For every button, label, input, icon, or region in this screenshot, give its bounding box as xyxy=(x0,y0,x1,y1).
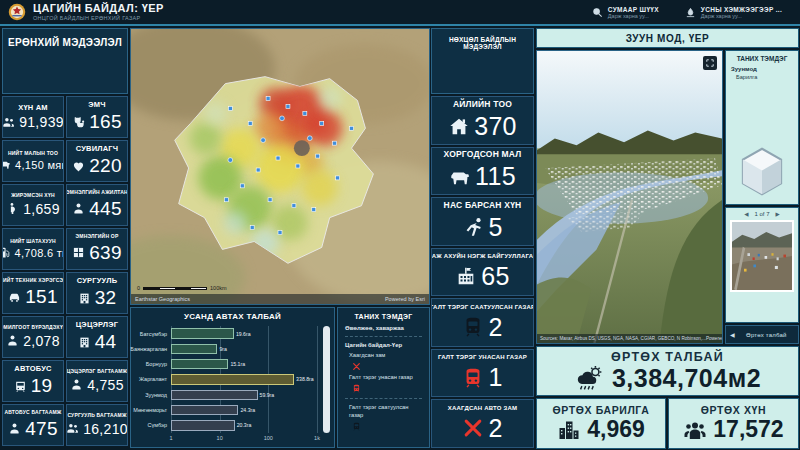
stat-card: ЖИРЭМСЭН ХҮН1,659 xyxy=(2,184,64,226)
stat-card: АВТОБУС19 xyxy=(2,360,64,402)
panel-title: НӨХЦӨЛ БАЙДЛЫН МЭДЭЭЛЭЛ xyxy=(432,36,533,50)
person-icon xyxy=(6,334,19,347)
scene-header: ЗУУН МОД, ҮЕР xyxy=(536,28,799,48)
situation-map[interactable]: 0 100km Earthstar Geographics Powered by… xyxy=(130,28,430,305)
stat-label: НАС БАРСАН ХҮН xyxy=(444,201,522,211)
stat-label: ЭМНЭЛГИЙН АЖИЛТАН xyxy=(66,190,128,196)
group-tab-label: Өртөх талбай xyxy=(739,332,794,338)
stat-card: ГАЛТ ТЭРЭГ СААТУУЛСАН ГАЗАР2 xyxy=(431,298,534,347)
condition-info-header: НӨХЦӨЛ БАЙДЛЫН МЭДЭЭЛЭЛ xyxy=(431,28,534,94)
pregnant-icon xyxy=(6,202,19,215)
stat-value: 475 xyxy=(25,418,58,440)
gridline xyxy=(317,326,318,433)
city-buildings-icon xyxy=(557,418,581,442)
carousel-prev-button[interactable]: ◀ xyxy=(744,211,748,217)
stat-value: 639 xyxy=(89,242,122,264)
stat-value: 115 xyxy=(475,162,516,191)
stat-label: ТОМИЛГООТ БҮРЭЛДЭХҮҮН xyxy=(2,325,64,331)
stat-value: 370 xyxy=(474,112,517,141)
stat-label: НИЙТ ТЕХНИК ХЭРЭГСЭЛ xyxy=(2,278,64,284)
legend-title: ТАНИХ ТЭМДЭГ xyxy=(731,55,793,62)
legend-item-label: Галт тэрэг саатуулсан газар xyxy=(349,404,422,418)
stat-value: 151 xyxy=(25,286,58,308)
stat-card: ГАЛТ ТЭРЭГ УНАСАН ГАЗАР1 xyxy=(431,349,534,398)
stat-label: ЖИРЭМСЭН ХҮН xyxy=(11,193,54,199)
stat-label: ЭМЧ xyxy=(88,101,105,110)
stat-label: ЦЭЦЭРЛЭГ xyxy=(76,321,119,330)
scene-3d-view[interactable]: Sources: Maxar, Airbus DS, USGS, NGA, NA… xyxy=(536,50,723,344)
chart-scrollbar[interactable] xyxy=(323,326,330,433)
train-icon xyxy=(352,422,361,431)
bar[interactable] xyxy=(171,374,294,384)
scene-expand-button[interactable] xyxy=(703,56,717,70)
train-icon xyxy=(352,384,361,393)
category-label: Мөнгөнморьт xyxy=(133,407,167,413)
stat-label: ЭМНЭЛГИЙН ОР xyxy=(76,234,119,240)
person-icon xyxy=(8,422,21,435)
stat-value: 445 xyxy=(89,198,122,220)
stat-value: 91,939 xyxy=(19,114,64,130)
heart-icon xyxy=(72,160,85,173)
stat-card: СУРГУУЛЬ32 xyxy=(66,272,128,314)
group-prev-button[interactable]: ◀ xyxy=(730,331,735,338)
legend-building-label: Барилга xyxy=(736,74,793,80)
stat-value: 5 xyxy=(488,213,502,242)
fuel-icon xyxy=(2,246,11,259)
filter-label: УСНЫ ХЭМЖЭЭГЭЭР ... xyxy=(701,6,782,13)
stat-value: 220 xyxy=(89,155,122,177)
building-cube-icon xyxy=(731,99,793,205)
bar[interactable] xyxy=(171,405,238,415)
stat-value: 19 xyxy=(31,375,53,397)
bar-value-label: 59.9га xyxy=(260,392,275,398)
bar-value-label: 338.8га xyxy=(296,376,314,382)
category-label: Борнуур xyxy=(146,361,167,367)
stat-value: 1 xyxy=(488,363,502,392)
stat-value: 32 xyxy=(95,287,117,309)
stat-value: 4,708.6 тн xyxy=(15,247,64,259)
bar[interactable] xyxy=(171,390,258,400)
bar[interactable] xyxy=(171,344,217,354)
person-icon xyxy=(72,202,85,215)
stat-card: ХҮН АМ91,939 xyxy=(2,96,64,138)
legend-item-label: Хаагдсан зам xyxy=(349,352,422,359)
stat-label: ГАЛТ ТЭРЭГ СААТУУЛСАН ГАЗАР xyxy=(431,304,534,311)
chart-title: УСАНД АВТАХ ТАЛБАЙ xyxy=(131,312,334,321)
stat-value: 1,659 xyxy=(23,201,60,217)
legend-divider xyxy=(345,398,422,399)
x-axis-tick: 1 xyxy=(169,435,172,441)
filter-by-sum-selector[interactable]: СУМААР ШҮҮХ Дарж харна уу... xyxy=(592,6,659,19)
bar[interactable] xyxy=(171,420,235,430)
satellite-basemap xyxy=(131,29,429,304)
stat-card: СУВИЛАГЧ220 xyxy=(66,140,128,182)
category-label: Зуунмод xyxy=(145,392,167,398)
legend-layer-zuunmod: Зуунмод xyxy=(731,66,793,72)
stat-card: АЖ АХУЙН НЭГЖ БАЙГУУЛЛАГА65 xyxy=(431,248,534,297)
filter-by-water-level-selector[interactable]: УСНЫ ХЭМЖЭЭГЭЭР ... Дарж харна уу... xyxy=(685,6,782,19)
carousel-next-button[interactable]: ▶ xyxy=(776,211,780,217)
flood-photo[interactable] xyxy=(730,220,794,292)
category-label: Сүмбэр xyxy=(148,422,167,428)
scene-legend-panel: ТАНИХ ТЭМДЭГ Зуунмод Барилга Үер Маш баг… xyxy=(725,50,799,205)
legend-layer-label: Өвөлжөө, хаваржаа xyxy=(345,325,422,331)
bar[interactable] xyxy=(171,359,228,369)
bar[interactable] xyxy=(171,328,234,338)
stat-value: 4,150 мян xyxy=(15,159,64,171)
scene-title: ЗУУН МОД, ҮЕР xyxy=(626,33,710,44)
x-axis-tick: 100 xyxy=(264,435,273,441)
livestock-icon xyxy=(2,158,11,171)
train-icon xyxy=(462,367,484,389)
powered-by: Powered by Esri xyxy=(706,336,722,341)
stat-label: ЦЭЦЭРЛЭГ БАГТААМЖ xyxy=(67,369,128,375)
bar-row: Зуунмод59.9га xyxy=(171,387,317,402)
bar-row: Баянжаргалан9га xyxy=(171,341,317,356)
basemap-source: Earthstar Geographics xyxy=(135,296,190,302)
impact-people-label: ӨРТӨХ ХҮН xyxy=(701,404,766,416)
stat-label: НИЙТ ШАТАХУУН xyxy=(10,239,56,245)
stat-card: ХААГДСАН АВТО ЗАМ2 xyxy=(431,399,534,448)
stat-label: ХОРГОДСОН МАЛ xyxy=(444,150,522,160)
stat-card: ХОРГОДСОН МАЛ115 xyxy=(431,147,534,196)
carousel-nav: ◀ 1 of 7 ▶ xyxy=(730,211,794,217)
stat-value: 2 xyxy=(488,414,502,443)
stat-card: ЦЭЦЭРЛЭГ44 xyxy=(66,316,128,358)
building-icon xyxy=(78,292,91,305)
